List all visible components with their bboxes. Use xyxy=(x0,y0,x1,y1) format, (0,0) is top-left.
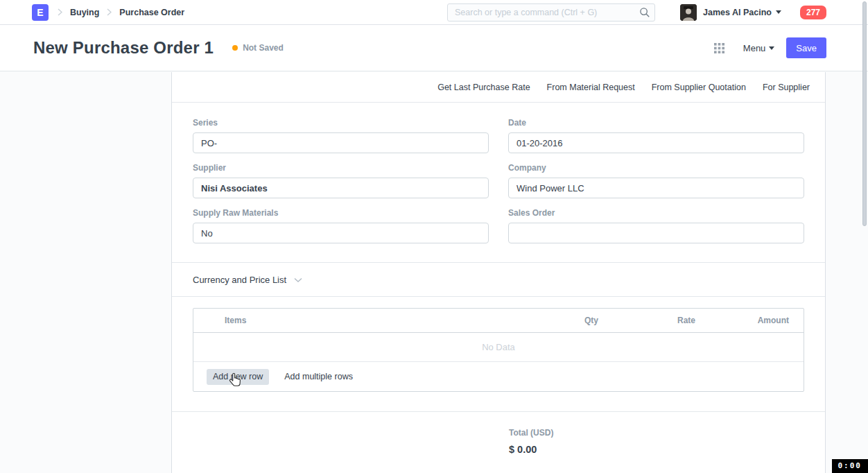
series-input[interactable] xyxy=(193,132,489,153)
items-section: Items Qty Rate Amount No Data Add new ro… xyxy=(172,297,825,412)
search-input[interactable] xyxy=(447,3,655,22)
status-indicator: Not Saved xyxy=(232,43,284,53)
add-multiple-rows-button[interactable]: Add multiple rows xyxy=(284,372,353,381)
items-grid: Items Qty Rate Amount No Data Add new ro… xyxy=(193,308,804,392)
field-sales-order: Sales Order xyxy=(508,208,804,243)
items-grid-header: Items Qty Rate Amount xyxy=(193,309,804,333)
field-label: Date xyxy=(508,118,804,128)
chevron-down-icon xyxy=(769,46,774,50)
chevron-down-icon xyxy=(294,277,302,283)
total-value: $ 0.00 xyxy=(509,444,804,455)
from-material-request-button[interactable]: From Material Request xyxy=(547,83,635,92)
sales-order-input[interactable] xyxy=(508,223,804,243)
field-label: Company xyxy=(508,163,804,173)
menu-label: Menu xyxy=(743,43,766,53)
recording-timer: 0:00 xyxy=(832,459,868,473)
form-main-section: Get Last Purchase Rate From Material Req… xyxy=(171,72,826,473)
from-supplier-quotation-button[interactable]: From Supplier Quotation xyxy=(652,83,746,92)
add-new-row-button[interactable]: Add new row xyxy=(207,369,269,385)
field-date: Date xyxy=(508,118,804,153)
list-view-grid-icon[interactable] xyxy=(714,43,724,53)
chevron-right-icon xyxy=(107,8,112,16)
supply-raw-materials-input[interactable] xyxy=(193,223,489,243)
field-supplier: Supplier xyxy=(193,163,489,198)
vertical-scrollbar[interactable] xyxy=(862,1,867,226)
page-body: Get Last Purchase Rate From Material Req… xyxy=(0,72,868,473)
global-search xyxy=(447,3,655,22)
field-label: Series xyxy=(193,118,489,128)
section-title: Currency and Price List xyxy=(193,275,286,285)
company-input[interactable] xyxy=(508,178,804,198)
chevron-down-icon xyxy=(776,10,781,14)
date-input[interactable] xyxy=(508,132,804,153)
navbar-right: James Al Pacino 277 xyxy=(680,4,826,21)
currency-price-list-section-toggle[interactable]: Currency and Price List xyxy=(172,262,825,297)
supplier-input[interactable] xyxy=(193,178,489,198)
save-button[interactable]: Save xyxy=(786,37,826,58)
total-label: Total (USD) xyxy=(509,428,804,438)
page-head: New Purchase Order 1 Not Saved Menu Save xyxy=(0,25,868,71)
form-toolbar: Get Last Purchase Rate From Material Req… xyxy=(172,72,825,103)
column-header-items: Items xyxy=(193,316,501,325)
menu-button[interactable]: Menu xyxy=(743,43,775,53)
breadcrumb-buying[interactable]: Buying xyxy=(70,8,99,17)
column-header-rate: Rate xyxy=(598,316,695,325)
user-avatar[interactable] xyxy=(680,4,697,21)
breadcrumb-purchase-order[interactable]: Purchase Order xyxy=(119,8,184,17)
column-header-qty: Qty xyxy=(501,316,598,325)
user-menu[interactable]: James Al Pacino xyxy=(703,8,772,17)
field-label: Supplier xyxy=(193,163,489,173)
navbar: E Buying Purchase Order xyxy=(0,0,868,25)
field-company: Company xyxy=(508,163,804,198)
get-last-purchase-rate-button[interactable]: Get Last Purchase Rate xyxy=(437,83,530,92)
field-label: Supply Raw Materials xyxy=(193,208,489,218)
for-supplier-button[interactable]: For Supplier xyxy=(763,83,810,92)
app-logo[interactable]: E xyxy=(32,4,49,21)
field-supply-raw-materials: Supply Raw Materials xyxy=(193,208,489,243)
items-grid-empty-row: No Data xyxy=(193,333,804,362)
breadcrumb: Buying Purchase Order xyxy=(58,8,184,17)
page-actions: Menu Save xyxy=(714,37,826,58)
orange-dot-icon xyxy=(232,45,238,51)
app-screen: E Buying Purchase Order xyxy=(0,0,868,473)
fields-section: Series Date Supplier Company xyxy=(172,103,825,262)
column-header-amount: Amount xyxy=(695,316,789,325)
totals-section: Total (USD) $ 0.00 xyxy=(172,412,825,471)
items-grid-footer: Add new row Add multiple rows xyxy=(193,362,804,391)
notification-badge[interactable]: 277 xyxy=(800,6,826,19)
field-label: Sales Order xyxy=(508,208,804,218)
page-title: New Purchase Order 1 xyxy=(33,38,214,58)
status-text: Not Saved xyxy=(243,43,284,53)
field-series: Series xyxy=(193,118,489,153)
search-icon xyxy=(639,7,650,21)
chevron-right-icon xyxy=(58,8,62,16)
